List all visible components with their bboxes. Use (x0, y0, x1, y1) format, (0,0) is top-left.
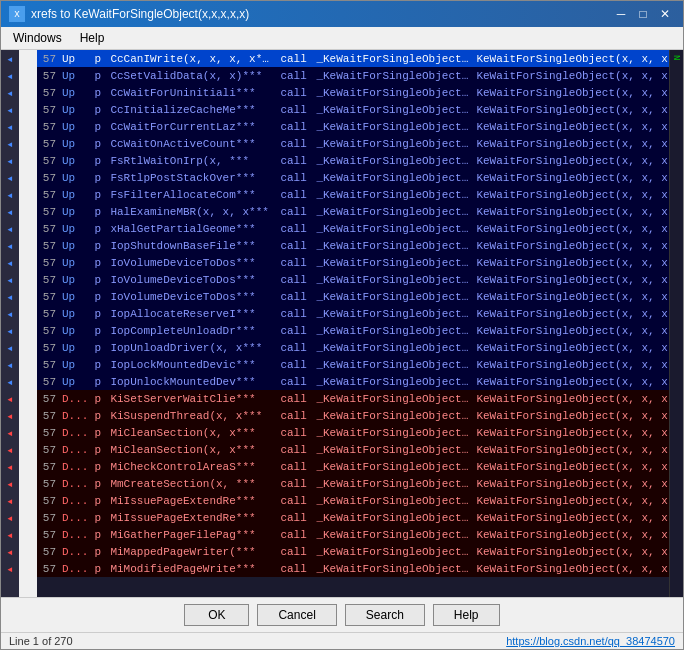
col-dir: Up (59, 101, 91, 118)
col-instr: call (277, 152, 313, 169)
marker-9: ◄ (8, 187, 13, 204)
col-caller: IopCompleteUnloadDr*** (107, 322, 277, 339)
menu-windows[interactable]: Windows (5, 29, 70, 47)
col-target: _KeWaitForSingleObject@20: (313, 169, 473, 186)
table-row[interactable]: 57 Up p CcInitializeCacheMe*** call _KeW… (37, 101, 669, 118)
table-row[interactable]: 57 D... p MmCreateSection(x, *** call _K… (37, 475, 669, 492)
marker-12: ◄ (8, 238, 13, 255)
main-window: x xrefs to KeWaitForSingleObject(x,x,x,x… (0, 0, 684, 650)
table-row[interactable]: 57 Up p IoVolumeDeviceToDos*** call _KeW… (37, 288, 669, 305)
table-row[interactable]: 57 Up p FsRtlpPostStackOver*** call _KeW… (37, 169, 669, 186)
col-target: _KeWaitForSingleObject@20: (313, 271, 473, 288)
table-row[interactable]: 57 Up p CcCanIWrite(x, x, x, x*** call _… (37, 50, 669, 67)
marker-16: ◄ (8, 306, 13, 323)
col-caller: FsFilterAllocateCom*** (107, 186, 277, 203)
col-dir: D... (59, 458, 91, 475)
table-row[interactable]: 57 Up p FsRtlWaitOnIrp(x, *** call _KeWa… (37, 152, 669, 169)
col-num: 57 (37, 339, 59, 356)
col-call: KeWaitForSingleObject(x, x, x, x, x) (473, 339, 669, 356)
col-num: 57 (37, 458, 59, 475)
marker-24: ◄ (8, 442, 13, 459)
marker-3: ◄ (8, 85, 13, 102)
col-caller: MiIssuePageExtendRe*** (107, 509, 277, 526)
table-row[interactable]: 57 Up p IopShutdownBaseFile*** call _KeW… (37, 237, 669, 254)
table-row[interactable]: 57 Up p CcSetValidData(x, x)*** call _Ke… (37, 67, 669, 84)
left-sidebar: ◄ ◄ ◄ ◄ ◄ ◄ ◄ ◄ ◄ ◄ ◄ ◄ ◄ ◄ ◄ ◄ ◄ ◄ ◄ ◄ (1, 50, 19, 597)
status-link[interactable]: https://blog.csdn.net/qq_38474570 (506, 635, 675, 647)
col-instr: call (277, 101, 313, 118)
col-num: 57 (37, 237, 59, 254)
col-call: KeWaitForSingleObject(x, x, x, x, x) (473, 560, 669, 577)
table-row[interactable]: 57 D... p MiIssuePageExtendRe*** call _K… (37, 509, 669, 526)
col-type: p (91, 84, 107, 101)
help-button[interactable]: Help (433, 604, 500, 626)
table-row[interactable]: 57 Up p HalExamineMBR(x, x, x*** call _K… (37, 203, 669, 220)
table-row[interactable]: 57 D... p MiCleanSection(x, x*** call _K… (37, 424, 669, 441)
col-instr: call (277, 67, 313, 84)
col-num: 57 (37, 118, 59, 135)
col-target: _KeWaitForSingleObject@20: (313, 203, 473, 220)
col-type: p (91, 407, 107, 424)
col-dir: Up (59, 373, 91, 390)
col-caller: MiGatherPageFilePag*** (107, 526, 277, 543)
col-num: 57 (37, 305, 59, 322)
table-row[interactable]: 57 Up p IopAllocateReserveI*** call _KeW… (37, 305, 669, 322)
xrefs-table-container[interactable]: 57 Up p CcCanIWrite(x, x, x, x*** call _… (37, 50, 669, 597)
minimize-button[interactable]: ─ (611, 5, 631, 23)
menu-help[interactable]: Help (72, 29, 113, 47)
col-instr: call (277, 237, 313, 254)
col-num: 57 (37, 67, 59, 84)
col-type: p (91, 135, 107, 152)
table-row[interactable]: 57 Up p xHalGetPartialGeome*** call _KeW… (37, 220, 669, 237)
col-dir: D... (59, 441, 91, 458)
col-call: KeWaitForSingleObject(x, x, x, x, x) (473, 118, 669, 135)
col-dir: Up (59, 152, 91, 169)
table-row[interactable]: 57 D... p KiSuspendThread(x, x*** call _… (37, 407, 669, 424)
col-target: _KeWaitForSingleObject@20: (313, 305, 473, 322)
marker-11: ◄ (8, 221, 13, 238)
table-row[interactable]: 57 Up p IoVolumeDeviceToDos*** call _KeW… (37, 254, 669, 271)
table-row[interactable]: 57 Up p CcWaitForCurrentLaz*** call _KeW… (37, 118, 669, 135)
col-instr: call (277, 492, 313, 509)
table-row[interactable]: 57 Up p IopLockMountedDevic*** call _KeW… (37, 356, 669, 373)
maximize-button[interactable]: □ (633, 5, 653, 23)
col-dir: D... (59, 390, 91, 407)
col-dir: Up (59, 220, 91, 237)
col-instr: call (277, 186, 313, 203)
col-target: _KeWaitForSingleObject@20: (313, 152, 473, 169)
table-row[interactable]: 57 D... p KiSetServerWaitClie*** call _K… (37, 390, 669, 407)
col-target: _KeWaitForSingleObject@20: (313, 373, 473, 390)
table-row[interactable]: 57 Up p CcWaitForUninitiali*** call _KeW… (37, 84, 669, 101)
table-row[interactable]: 57 Up p IopCompleteUnloadDr*** call _KeW… (37, 322, 669, 339)
table-row[interactable]: 57 D... p MiMappedPageWriter(*** call _K… (37, 543, 669, 560)
table-row[interactable]: 57 D... p MiCheckControlAreaS*** call _K… (37, 458, 669, 475)
table-row[interactable]: 57 D... p MiGatherPageFilePag*** call _K… (37, 526, 669, 543)
col-call: KeWaitForSingleObject(x, x, x, x, x) (473, 254, 669, 271)
col-call: KeWaitForSingleObject(x, x, x, x, x) (473, 169, 669, 186)
table-row[interactable]: 57 Up p FsFilterAllocateCom*** call _KeW… (37, 186, 669, 203)
col-num: 57 (37, 169, 59, 186)
col-num: 57 (37, 560, 59, 577)
col-call: KeWaitForSingleObject(x, x, x, x, x) (473, 458, 669, 475)
table-row[interactable]: 57 D... p MiIssuePageExtendRe*** call _K… (37, 492, 669, 509)
search-button[interactable]: Search (345, 604, 425, 626)
col-target: _KeWaitForSingleObject@20: (313, 67, 473, 84)
table-row[interactable]: 57 Up p CcWaitOnActiveCount*** call _KeW… (37, 135, 669, 152)
col-instr: call (277, 220, 313, 237)
col-caller: CcSetValidData(x, x)*** (107, 67, 277, 84)
cancel-button[interactable]: Cancel (257, 604, 336, 626)
table-row[interactable]: 57 Up p IopUnloadDriver(x, x*** call _Ke… (37, 339, 669, 356)
marker-21: ◄ (8, 391, 13, 408)
col-target: _KeWaitForSingleObject@20: (313, 220, 473, 237)
table-row[interactable]: 57 D... p MiCleanSection(x, x*** call _K… (37, 441, 669, 458)
col-target: _KeWaitForSingleObject@20: (313, 509, 473, 526)
col-target: _KeWaitForSingleObject@20: (313, 475, 473, 492)
col-type: p (91, 458, 107, 475)
table-row[interactable]: 57 D... p MiModifiedPageWrite*** call _K… (37, 560, 669, 577)
col-dir: Up (59, 322, 91, 339)
table-row[interactable]: 57 Up p IoVolumeDeviceToDos*** call _KeW… (37, 271, 669, 288)
close-button[interactable]: ✕ (655, 5, 675, 23)
col-type: p (91, 526, 107, 543)
ok-button[interactable]: OK (184, 604, 249, 626)
table-row[interactable]: 57 Up p IopUnlockMountedDev*** call _KeW… (37, 373, 669, 390)
